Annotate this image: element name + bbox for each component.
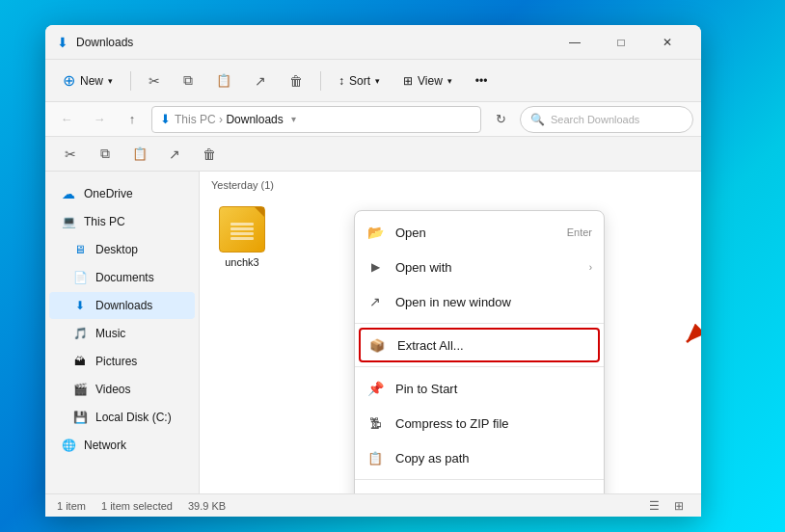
file-name: unchk3: [225, 256, 258, 268]
toolbar-separator-2: [320, 71, 321, 91]
documents-icon: 📄: [72, 271, 88, 284]
cm-pin-start[interactable]: 📌 Pin to Start: [355, 371, 604, 406]
sidebar-item-desktop[interactable]: 🖥 Desktop: [49, 236, 195, 263]
cm-sep-1: [355, 323, 604, 324]
cm-copy-path-icon: 📋: [366, 449, 384, 466]
sidebar-label-onedrive: OneDrive: [84, 187, 133, 200]
group-label: Yesterday (1): [211, 179, 274, 191]
sidebar-label-music: Music: [95, 327, 125, 340]
desktop-icon: 🖥: [72, 243, 88, 256]
maximize-button[interactable]: □: [599, 27, 643, 58]
new-button[interactable]: ⊕ New ▾: [53, 66, 122, 96]
sort-button[interactable]: ↕ Sort ▾: [329, 66, 390, 96]
sidebar-label-local-disk: Local Disk (C:): [95, 411, 172, 424]
sidebar-item-music[interactable]: 🎵 Music: [49, 320, 195, 347]
cm-extract-icon: 📦: [368, 336, 386, 354]
cm-properties-icon: ℹ: [366, 492, 384, 493]
path-dropdown-icon[interactable]: ▾: [291, 114, 296, 124]
delete-button[interactable]: 🗑: [280, 66, 312, 96]
sidebar-label-this-pc: This PC: [84, 215, 125, 228]
cm-copy-path[interactable]: 📋 Copy as path: [355, 440, 604, 475]
cm-open-new-window[interactable]: ↗ Open in new window: [355, 284, 604, 319]
pictures-icon: 🏔: [72, 355, 88, 368]
more-button[interactable]: •••: [466, 66, 498, 96]
this-pc-icon: 💻: [61, 215, 76, 228]
large-icons-view-button[interactable]: ⊞: [668, 495, 690, 517]
share-button[interactable]: ↗: [245, 66, 276, 96]
sidebar-item-network[interactable]: 🌐 Network: [49, 432, 195, 459]
cm-compress-zip[interactable]: 🗜 Compress to ZIP file: [355, 406, 604, 440]
cm-sep-3: [355, 479, 604, 480]
content-area: Yesterday (1) unchk3 📂 Open: [200, 172, 701, 493]
context-toolbar: ✂ ⧉ 📋 ↗ 🗑: [45, 137, 701, 172]
file-explorer-window: ⬇ Downloads — □ ✕ ⊕ New ▾ ✂ ⧉ 📋 ↗ 🗑: [45, 25, 701, 517]
sidebar-label-pictures: Pictures: [95, 355, 137, 368]
sidebar-item-local-disk[interactable]: 💾 Local Disk (C:): [49, 404, 195, 431]
file-item[interactable]: unchk3: [203, 199, 281, 276]
sidebar-label-documents: Documents: [95, 271, 154, 284]
network-icon: 🌐: [61, 439, 76, 452]
title-bar: ⬇ Downloads — □ ✕: [45, 25, 701, 60]
close-button[interactable]: ✕: [645, 27, 690, 58]
up-button[interactable]: ↑: [119, 106, 146, 133]
cm-extract-label: Extract All...: [397, 338, 590, 353]
sidebar-label-network: Network: [84, 439, 126, 452]
sidebar-item-videos[interactable]: 🎬 Videos: [49, 376, 195, 403]
videos-icon: 🎬: [72, 383, 88, 396]
cm-open[interactable]: 📂 Open Enter: [355, 215, 604, 250]
zip-icon: [219, 206, 265, 253]
minimize-button[interactable]: —: [553, 27, 597, 58]
ct-cut-button[interactable]: ✂: [57, 141, 84, 168]
cm-open-with-arrow: ›: [589, 262, 592, 273]
details-view-button[interactable]: ☰: [643, 495, 664, 517]
sidebar-item-documents[interactable]: 📄 Documents: [49, 264, 195, 291]
address-bar: ← → ↑ ⬇ This PC › Downloads ▾ ↻ 🔍 Search…: [45, 102, 701, 137]
sidebar-item-this-pc[interactable]: 💻 This PC: [49, 208, 195, 235]
status-item-count: 1 item: [57, 500, 86, 512]
search-box[interactable]: 🔍 Search Downloads: [520, 106, 693, 133]
cm-open-shortcut: Enter: [567, 226, 592, 238]
sidebar-label-videos: Videos: [95, 383, 130, 396]
cm-copy-path-label: Copy as path: [395, 451, 592, 466]
back-button[interactable]: ←: [53, 106, 80, 133]
sidebar-item-onedrive[interactable]: ☁ OneDrive: [49, 180, 195, 207]
view-button[interactable]: ⊞ View ▾: [393, 66, 462, 96]
cm-pin-label: Pin to Start: [395, 382, 592, 396]
status-bar: 1 item 1 item selected 39.9 KB ☰ ⊞: [45, 493, 701, 517]
cm-open-icon: 📂: [366, 224, 384, 241]
paste-button[interactable]: 📋: [206, 66, 241, 96]
delete-icon: 🗑: [289, 73, 303, 89]
path-text: This PC › Downloads: [175, 113, 284, 126]
search-placeholder: Search Downloads: [551, 114, 639, 125]
cm-properties[interactable]: ℹ Properties Alt+Enter: [355, 484, 604, 493]
address-path[interactable]: ⬇ This PC › Downloads ▾: [151, 106, 481, 133]
path-icon: ⬇: [160, 112, 171, 126]
sidebar-label-downloads: Downloads: [95, 299, 152, 312]
ct-share-button[interactable]: ↗: [161, 141, 188, 168]
cm-extract-all[interactable]: 📦 Extract All...: [359, 328, 600, 362]
search-icon: 🔍: [530, 113, 545, 126]
ct-delete-button[interactable]: 🗑: [196, 141, 223, 168]
title-bar-controls: — □ ✕: [553, 27, 690, 58]
context-menu: 📂 Open Enter ▶ Open with › ↗ Open in new…: [354, 210, 605, 493]
share-icon: ↗: [255, 73, 266, 89]
status-view-controls: ☰ ⊞: [643, 495, 690, 517]
ct-copy-button[interactable]: ⧉: [92, 141, 119, 168]
cm-open-with-label: Open with: [395, 260, 578, 275]
status-selected-count: 1 item selected: [101, 500, 173, 512]
cm-open-with[interactable]: ▶ Open with ›: [355, 250, 604, 284]
sidebar: ☁ OneDrive 💻 This PC 🖥 Desktop 📄 Documen…: [45, 172, 200, 493]
copy-button[interactable]: ⧉: [174, 66, 203, 96]
sidebar-item-downloads[interactable]: ⬇ Downloads: [49, 292, 195, 319]
sidebar-item-pictures[interactable]: 🏔 Pictures: [49, 348, 195, 375]
paste-icon: 📋: [216, 73, 231, 88]
cm-compress-icon: 🗜: [366, 414, 384, 432]
cm-open-with-icon: ▶: [366, 258, 384, 276]
copy-icon: ⧉: [183, 72, 193, 89]
cut-icon: ✂: [149, 73, 160, 89]
refresh-button[interactable]: ↻: [487, 106, 514, 133]
toolbar-separator-1: [130, 71, 131, 91]
cut-button[interactable]: ✂: [139, 66, 170, 96]
ct-paste-button[interactable]: 📋: [126, 141, 153, 168]
forward-button[interactable]: →: [86, 106, 113, 133]
